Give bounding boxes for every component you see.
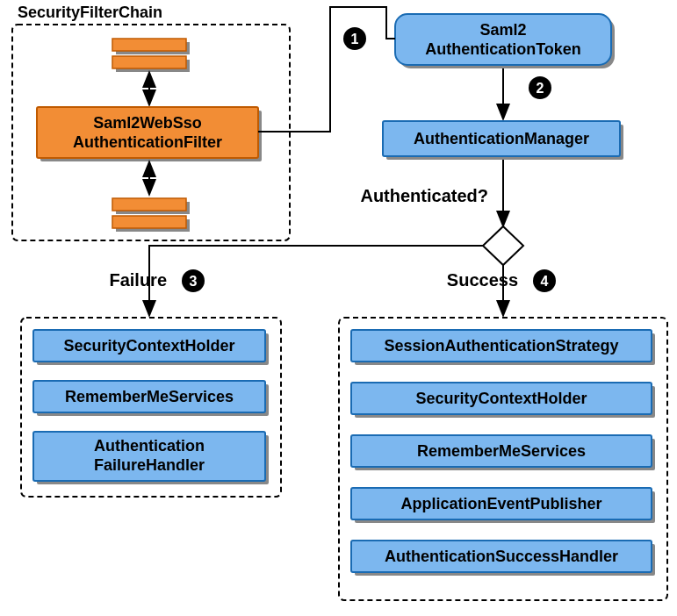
filter-bar-top — [112, 39, 190, 72]
failure-box-2-l2: FailureHandler — [94, 456, 205, 474]
success-container: SessionAuthenticationStrategy SecurityCo… — [339, 318, 667, 600]
svg-text:2: 2 — [537, 81, 544, 96]
connector-line — [258, 7, 395, 132]
token-line2: AuthenticationToken — [425, 40, 581, 58]
failure-label: Failure — [109, 270, 167, 290]
success-box-1: SecurityContextHolder — [415, 390, 587, 407]
marker-2: 2 — [529, 76, 551, 99]
manager-box: AuthenticationManager — [383, 121, 623, 160]
svg-rect-6 — [112, 56, 186, 68]
filter-bar-bottom — [112, 198, 190, 232]
token-line1: Saml2 — [479, 21, 526, 39]
svg-rect-10 — [112, 198, 186, 211]
failure-box-0: SecurityContextHolder — [63, 337, 234, 355]
marker-3: 3 — [182, 269, 205, 292]
svg-text:4: 4 — [541, 274, 549, 289]
svg-rect-12 — [112, 216, 186, 228]
decision-diamond-icon — [483, 226, 523, 265]
success-label: Success — [447, 270, 518, 290]
failure-box-1: RememberMeServices — [65, 388, 234, 405]
filterchain-container: SecurityFilterChain Saml2WebSso Authenti… — [12, 4, 290, 240]
main-filter-line2: AuthenticationFilter — [73, 133, 222, 151]
flow-diagram: SecurityFilterChain Saml2WebSso Authenti… — [0, 0, 677, 616]
failure-box-2-l1: Authentication — [94, 437, 205, 455]
failure-container: SecurityContextHolder RememberMeServices… — [21, 318, 281, 497]
marker-1: 1 — [343, 27, 366, 50]
manager-label: AuthenticationManager — [414, 130, 589, 147]
svg-text:3: 3 — [190, 274, 198, 289]
success-box-3: ApplicationEventPublisher — [400, 495, 601, 512]
filterchain-title: SecurityFilterChain — [18, 4, 162, 21]
svg-rect-4 — [112, 39, 186, 51]
svg-text:1: 1 — [351, 32, 359, 47]
main-filter-box: Saml2WebSso AuthenticationFilter — [37, 107, 262, 161]
token-box: Saml2 AuthenticationToken — [395, 14, 615, 68]
question-label: Authenticated? — [360, 186, 488, 205]
success-box-2: RememberMeServices — [417, 442, 586, 460]
main-filter-line1: Saml2WebSso — [93, 114, 202, 132]
success-box-0: SessionAuthenticationStrategy — [384, 337, 618, 355]
success-box-4: AuthenticationSuccessHandler — [385, 548, 618, 565]
marker-4: 4 — [533, 269, 556, 292]
